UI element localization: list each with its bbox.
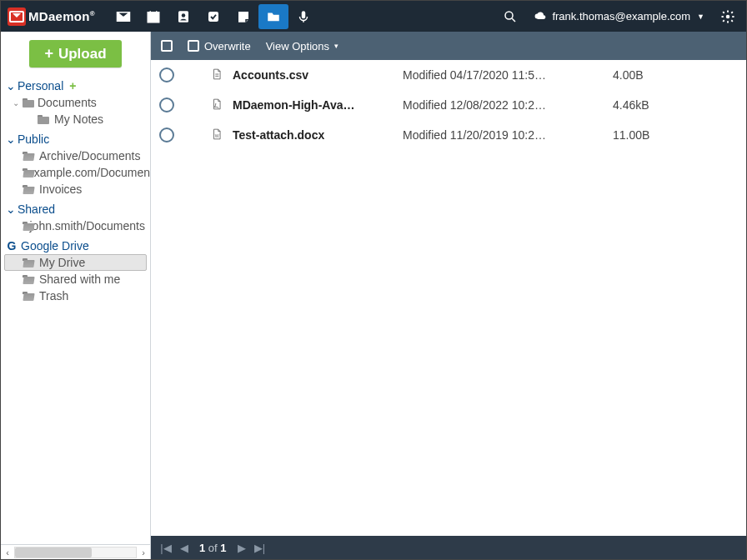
svg-rect-3 (302, 11, 306, 18)
add-folder-icon[interactable]: + (69, 79, 76, 92)
svg-point-5 (726, 14, 730, 18)
cloud-mail-icon (534, 11, 547, 22)
folder-open-icon (23, 152, 34, 161)
chevron-down-icon: ⌄ (6, 202, 14, 216)
search-icon[interactable] (497, 4, 524, 29)
content-pane: Overwrite View Options ▾ Accounts.csv Mo… (151, 32, 746, 559)
nav-icons (108, 4, 318, 29)
folder-open-icon (23, 292, 34, 301)
select-all-checkbox[interactable] (161, 40, 173, 52)
file-modified: Modified 12/08/2022 10:2… (403, 98, 586, 112)
svg-point-1 (182, 13, 186, 18)
overwrite-toggle[interactable]: Overwrite (188, 40, 251, 52)
svg-text:W: W (215, 132, 219, 138)
file-pdf-icon (211, 98, 224, 113)
file-name: Test-attach.docx (233, 128, 383, 142)
tree-item-documents[interactable]: ⌄ Documents (1, 94, 150, 111)
file-modified: Modified 11/20/2019 10:2… (403, 128, 586, 142)
file-name: MDaemon-High-Ava… (233, 98, 383, 112)
file-toolbar: Overwrite View Options ▾ (151, 32, 746, 60)
plus-icon: + (44, 45, 53, 62)
file-row[interactable]: MDaemon-High-Ava… Modified 12/08/2022 10… (151, 90, 746, 120)
folder-tree: ⌄ Personal + ⌄ Documents My Notes ⌄ Pub (1, 74, 150, 544)
section-google-drive[interactable]: G Google Drive (1, 238, 150, 254)
caret-down-icon: ▾ (334, 42, 338, 50)
brand-logo[interactable]: MDaemon® (8, 8, 95, 26)
folder-open-icon (23, 275, 34, 284)
notes-icon[interactable] (228, 4, 258, 29)
google-drive-icon: G (6, 239, 18, 252)
first-page-icon[interactable]: |◀ (159, 542, 173, 554)
file-generic-icon (211, 68, 224, 83)
chevron-down-icon: ⌄ (13, 98, 19, 108)
folder-open-icon (23, 185, 34, 194)
sidebar: + Upload ⌄ Personal + ⌄ Documents My Not… (1, 32, 151, 559)
main-area: + Upload ⌄ Personal + ⌄ Documents My Not… (1, 32, 746, 559)
file-row[interactable]: Accounts.csv Modified 04/17/2020 11:5… 4… (151, 60, 746, 90)
upload-label: Upload (58, 46, 107, 62)
tasks-icon[interactable] (198, 4, 228, 29)
upload-wrap: + Upload (1, 32, 150, 74)
file-modified: Modified 04/17/2020 11:5… (403, 68, 586, 82)
view-options-menu[interactable]: View Options ▾ (266, 40, 338, 52)
tree-item[interactable]: john.smith/Documents (1, 218, 150, 234)
section-shared[interactable]: ⌄ Shared (1, 201, 150, 218)
tree-item[interactable]: Archive/Documents (1, 148, 150, 164)
caret-down-icon: ▼ (697, 12, 704, 21)
file-name: Accounts.csv (233, 68, 383, 82)
file-size: 4.00B (613, 68, 679, 82)
user-email: frank.thomas@example.com (552, 10, 690, 22)
user-menu[interactable]: frank.thomas@example.com ▼ (534, 10, 704, 22)
folder-icon (23, 98, 34, 108)
voice-icon[interactable] (288, 4, 318, 29)
tree-item[interactable]: Trash (1, 288, 150, 304)
contacts-icon[interactable] (168, 4, 198, 29)
chevron-down-icon: ⌄ (6, 79, 14, 92)
scroll-right-icon[interactable]: › (137, 548, 150, 558)
folder-open-icon (23, 222, 24, 231)
scrollbar-thumb[interactable] (15, 548, 92, 558)
folder-icon (38, 115, 49, 124)
top-nav: MDaemon® frank.thomas@example.com ▼ (1, 1, 746, 32)
upload-button[interactable]: + Upload (29, 40, 121, 68)
svg-point-4 (505, 12, 513, 19)
row-select-circle[interactable] (159, 128, 174, 142)
file-size: 4.46kB (613, 98, 679, 112)
tree-item-my-notes[interactable]: My Notes (1, 111, 150, 128)
row-select-circle[interactable] (159, 68, 174, 82)
chevron-down-icon: ⌄ (6, 132, 14, 146)
row-select-circle[interactable] (159, 98, 174, 112)
pager-bar: |◀ ◀ 1 of 1 ▶ ▶| (151, 536, 746, 559)
files-icon[interactable] (258, 4, 288, 29)
page-count: 1 of 1 (199, 542, 227, 554)
checkbox-icon (188, 40, 199, 52)
scrollbar-track[interactable] (14, 547, 137, 558)
file-grid: Accounts.csv Modified 04/17/2020 11:5… 4… (151, 60, 746, 536)
calendar-icon[interactable] (138, 4, 168, 29)
file-word-icon: W (211, 128, 224, 143)
prev-page-icon[interactable]: ◀ (178, 542, 191, 554)
brand-text: MDaemon® (28, 9, 95, 23)
sidebar-horizontal-scrollbar[interactable]: ‹ › (1, 544, 150, 559)
tree-item[interactable]: Shared with me (1, 271, 150, 288)
next-page-icon[interactable]: ▶ (235, 542, 248, 554)
brand-icon (8, 8, 26, 26)
mail-icon[interactable] (108, 4, 138, 29)
tree-item-my-drive[interactable]: My Drive (4, 254, 147, 271)
file-row[interactable]: W Test-attach.docx Modified 11/20/2019 1… (151, 120, 746, 150)
folder-open-icon (23, 258, 34, 268)
section-public[interactable]: ⌄ Public (1, 131, 150, 148)
settings-icon[interactable] (716, 4, 739, 29)
tree-item[interactable]: Invoices (1, 181, 150, 198)
scroll-left-icon[interactable]: ‹ (1, 548, 14, 558)
section-personal[interactable]: ⌄ Personal + (1, 78, 150, 94)
last-page-icon[interactable]: ▶| (253, 542, 267, 554)
tree-item[interactable]: example.com/Documents (1, 164, 150, 181)
file-size: 11.00B (613, 128, 679, 142)
